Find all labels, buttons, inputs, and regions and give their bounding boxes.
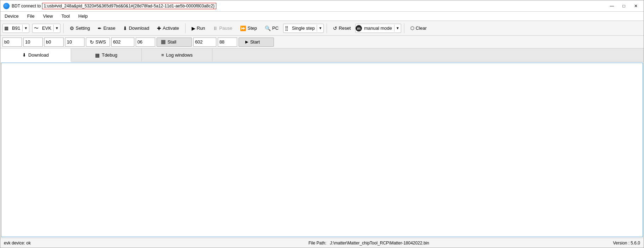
clear-icon: ⬡	[410, 25, 414, 31]
erase-icon: ✒	[98, 25, 102, 31]
menu-view[interactable]: View	[42, 13, 54, 19]
clear-label: Clear	[416, 25, 427, 31]
download-icon: ⬇	[123, 25, 127, 31]
tab-tdebug[interactable]: ▦ Tdebug	[71, 48, 142, 62]
erase-button[interactable]: ✒ Erase	[94, 24, 118, 33]
separator-1	[63, 23, 64, 33]
input-field-8[interactable]	[218, 38, 237, 47]
separator-3	[327, 23, 327, 33]
singlestep-arrow-icon: ▼	[317, 25, 323, 31]
singlestep-icon: ⣿	[283, 25, 290, 31]
title-text: BDT connect to 1:usb#vid_248a&pid_5320#5…	[12, 4, 604, 8]
separator-2	[185, 23, 186, 33]
reset-icon: ↺	[333, 25, 337, 31]
tab-logwindows[interactable]: ≡ Log windows	[142, 48, 212, 62]
menu-help[interactable]: Help	[77, 13, 89, 19]
run-icon: ▶	[192, 25, 195, 31]
setting-icon: ⚙	[70, 25, 74, 31]
start-label: Start	[250, 39, 260, 45]
tab-logwindows-label: Log windows	[166, 52, 193, 58]
reset-button[interactable]: ↺ Reset	[330, 24, 354, 33]
start-button[interactable]: ▶ Start	[239, 38, 274, 47]
tab-download[interactable]: ⬇ Download	[0, 48, 71, 62]
run-label: Run	[197, 25, 205, 31]
input-field-2[interactable]	[23, 38, 43, 47]
evk-dropdown[interactable]: 〜 EVK ▼	[32, 24, 60, 33]
pause-icon: ⏸	[213, 25, 218, 31]
stall-label: Stall	[168, 39, 176, 45]
toolbar: ▦ B91 ▼ 〜 EVK ▼ ⚙ Setting ✒ Erase ⬇ Down…	[0, 21, 644, 36]
pc-search-icon: 🔍	[265, 25, 271, 31]
input-field-3[interactable]	[44, 38, 64, 47]
chip-dropdown[interactable]: ▦ B91 ▼	[2, 24, 29, 33]
manualmode-label: manual mode	[362, 25, 394, 31]
input-field-5[interactable]	[111, 38, 134, 47]
step-icon: ⏩	[240, 25, 246, 31]
setting-label: Setting	[76, 25, 90, 31]
clear-button[interactable]: ⬡ Clear	[407, 24, 430, 33]
content-area[interactable]	[1, 63, 643, 237]
evk-arrow-icon: ▼	[54, 25, 60, 31]
tab-download-icon: ⬇	[22, 52, 26, 58]
step-button[interactable]: ⏩ Step	[237, 24, 260, 33]
status-bar: evk device: ok File Path: J:\matter\Matt…	[0, 238, 644, 248]
manualmode-icon: m	[356, 25, 362, 31]
pause-button[interactable]: ⏸ Pause	[210, 24, 235, 33]
sws-button[interactable]: ↻ SWS	[86, 38, 110, 47]
minimize-button[interactable]: —	[607, 3, 617, 9]
tab-tdebug-label: Tdebug	[102, 52, 117, 58]
evk-wave-icon: 〜	[33, 24, 40, 32]
usb-path: 1:usb#vid_248a&pid_5320#5&365d97bd&0&1#{…	[42, 3, 216, 9]
filepath-section: File Path: J:\matter\Matter_chipTool_RCP…	[309, 241, 599, 246]
menu-file[interactable]: File	[26, 13, 36, 19]
input-row: ↻ SWS Stall ▶ Start	[0, 36, 644, 48]
singlestep-label: Single step	[290, 25, 317, 31]
separator-4	[404, 23, 404, 33]
step-label: Step	[247, 25, 257, 31]
input-field-6[interactable]	[136, 38, 155, 47]
menu-device[interactable]: Device	[3, 13, 20, 19]
stall-icon	[161, 40, 165, 44]
activate-icon: ✚	[157, 25, 161, 31]
window-controls: — □ ✕	[607, 3, 641, 9]
start-play-icon: ▶	[245, 40, 248, 44]
menu-bar: Device File View Tool Help	[0, 12, 644, 21]
setting-button[interactable]: ⚙ Setting	[66, 24, 93, 33]
filepath-label: File Path:	[309, 241, 327, 246]
close-button[interactable]: ✕	[631, 3, 641, 9]
input-field-7[interactable]	[193, 38, 216, 47]
sws-refresh-icon: ↻	[90, 39, 94, 45]
tab-tdebug-icon: ▦	[95, 52, 100, 58]
restore-button[interactable]: □	[619, 3, 629, 9]
tabs-bar: ⬇ Download ▦ Tdebug ≡ Log windows	[0, 48, 644, 62]
tab-logwindows-icon: ≡	[161, 52, 164, 58]
activate-button[interactable]: ✚ Activate	[154, 24, 182, 33]
stall-button[interactable]: Stall	[157, 38, 192, 47]
chip-arrow-icon: ▼	[23, 25, 29, 31]
app-icon	[3, 3, 10, 9]
evk-status: evk device: ok	[4, 241, 294, 246]
manualmode-arrow-icon: ▼	[394, 25, 401, 31]
filepath-value: J:\matter\Matter_chipTool_RCP\Matter-180…	[330, 241, 429, 246]
singlestep-dropdown[interactable]: ⣿ Single step ▼	[283, 24, 324, 33]
sws-label: SWS	[95, 39, 106, 45]
pause-label: Pause	[219, 25, 232, 31]
pc-label: PC	[272, 25, 279, 31]
version-label: Version : 5.6.0	[613, 241, 640, 246]
evk-label: EVK	[40, 25, 54, 31]
chip-label: B91	[10, 25, 23, 31]
title-bar: BDT connect to 1:usb#vid_248a&pid_5320#5…	[0, 0, 644, 12]
menu-tool[interactable]: Tool	[60, 13, 71, 19]
input-field-4[interactable]	[65, 38, 84, 47]
download-label: Download	[129, 25, 149, 31]
manualmode-dropdown[interactable]: m manual mode ▼	[355, 24, 401, 33]
main-content	[0, 62, 644, 238]
title-prefix: BDT connect to	[12, 4, 42, 8]
download-button[interactable]: ⬇ Download	[120, 24, 152, 33]
run-button[interactable]: ▶ Run	[188, 24, 209, 33]
pc-button[interactable]: 🔍 PC	[262, 24, 282, 33]
input-field-1[interactable]	[2, 38, 22, 47]
tab-download-label: Download	[28, 52, 49, 58]
erase-label: Erase	[103, 25, 115, 31]
reset-label: Reset	[339, 25, 351, 31]
